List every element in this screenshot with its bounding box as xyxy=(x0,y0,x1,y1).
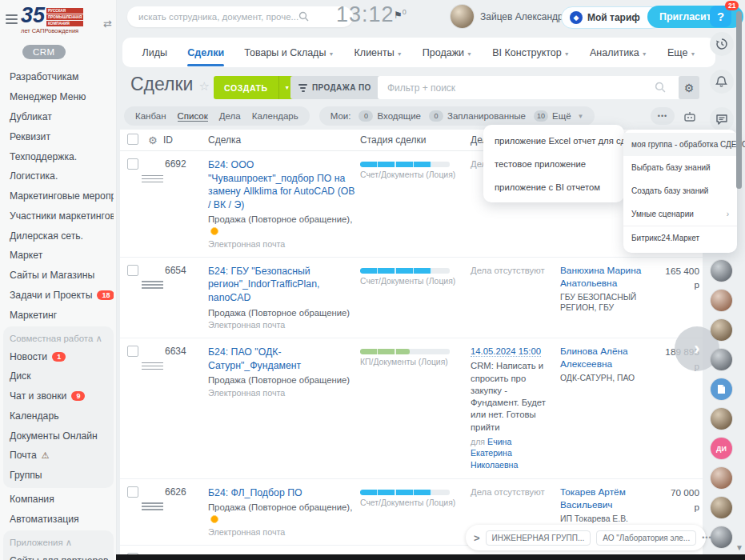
client-name-link[interactable]: Токарев Артём Васильевич xyxy=(560,486,647,512)
row-checkbox[interactable] xyxy=(127,158,138,170)
view-Канбан[interactable]: Канбан xyxy=(135,111,166,121)
history-button[interactable] xyxy=(710,32,734,56)
more-chats-button[interactable]: ••• xyxy=(702,534,711,542)
row-menu-icon[interactable] xyxy=(142,175,163,183)
sidebar-item[interactable]: Задачи и Проекты18 xyxy=(3,286,114,306)
user-avatar[interactable] xyxy=(711,526,732,548)
sidebar-item[interactable]: Календарь xyxy=(3,406,114,426)
row-menu-icon[interactable] xyxy=(142,281,163,289)
menu-item[interactable]: тестовое приложение xyxy=(483,152,624,175)
columns-settings-icon[interactable]: ⚙ xyxy=(148,134,158,146)
filter-search-input[interactable] xyxy=(378,76,680,99)
tab-Еще[interactable]: Еще▼ xyxy=(667,47,695,58)
menu-item[interactable]: моя группа - обработка СДЕЛОК› xyxy=(623,133,737,156)
sidebar-item[interactable]: Чат и звонки9 xyxy=(3,386,114,406)
view-Дела[interactable]: Дела xyxy=(219,111,241,121)
flag-counter[interactable]: ⚑0 xyxy=(394,8,407,21)
tab-Клиенты[interactable]: Клиенты▼ xyxy=(354,47,403,58)
table-row[interactable]: 6654 Б24: ГБУ "Безопасный регион"_IndorT… xyxy=(120,258,703,338)
row-checkbox[interactable] xyxy=(127,265,138,276)
row-menu-icon[interactable] xyxy=(142,362,163,370)
user-avatar[interactable] xyxy=(711,290,732,311)
initials-avatar[interactable]: ДИ xyxy=(711,438,732,459)
menu-item[interactable]: Создать базу знаний xyxy=(623,179,737,202)
counter-Ещё[interactable]: 10Ещё▼ xyxy=(534,110,583,122)
favorite-star-icon[interactable]: ☆ xyxy=(198,79,209,93)
sidebar-collapse-icon[interactable]: ⇄ xyxy=(103,18,112,30)
tab-Продажи[interactable]: Продажи▼ xyxy=(423,47,472,58)
sidebar-item[interactable]: Реквизит xyxy=(3,126,114,146)
chat-chip-2[interactable]: АО "Лаборатория эле... xyxy=(596,530,696,546)
tab-Аналитика[interactable]: Аналитика▼ xyxy=(590,47,647,58)
view-Список[interactable]: Список xyxy=(178,111,208,122)
sidebar-item[interactable]: Маркетинговые меропр... xyxy=(3,186,114,206)
column-header-stage[interactable]: Стадия сделки xyxy=(360,134,471,146)
sidebar-item[interactable]: Группы xyxy=(3,466,114,486)
menu-item[interactable]: Умные сценарии› xyxy=(623,202,737,226)
client-name-link[interactable]: Блинова Алёна Алексеевна xyxy=(560,346,647,371)
view-Календарь[interactable]: Календарь xyxy=(252,111,298,121)
menu-item[interactable]: Битрикс24.Маркет xyxy=(623,226,737,250)
more-actions-button[interactable]: ••• xyxy=(651,107,675,125)
column-header-id[interactable]: ID xyxy=(163,134,208,146)
sidebar-item[interactable]: Новости1 xyxy=(3,346,114,366)
global-search-input[interactable] xyxy=(127,6,353,27)
sidebar-item[interactable]: Логистика. xyxy=(3,166,114,186)
counter-Запланированные[interactable]: 0Запланированные xyxy=(429,110,526,122)
tab-Лиды[interactable]: Лиды xyxy=(142,47,167,58)
column-header-deal[interactable]: Сделка xyxy=(208,134,360,146)
messenger-button[interactable] xyxy=(710,107,734,131)
sidebar-item[interactable]: Маркет xyxy=(3,246,114,266)
table-row[interactable]: 6634 Б24: ПАО "ОДК-Сатурн"_Фундамент Про… xyxy=(120,338,703,479)
sidebar-item[interactable]: Диск xyxy=(3,366,114,386)
sidebar-item[interactable]: Документы Онлайн xyxy=(3,426,114,446)
user-avatar[interactable] xyxy=(711,319,732,341)
select-all-checkbox[interactable] xyxy=(127,134,138,145)
sidebar-item[interactable]: Дубликат xyxy=(3,107,114,127)
user-avatar[interactable] xyxy=(711,260,732,282)
crm-badge[interactable]: CRM xyxy=(22,45,66,59)
menu-item[interactable]: Выбрать базу знаний xyxy=(623,156,737,179)
create-deal-button[interactable]: СОЗДАТЬ ▼ xyxy=(214,76,295,99)
deal-title-link[interactable]: Б24: ООО "Чувашпроект"_подбор ПО на заме… xyxy=(208,158,360,211)
row-menu-icon[interactable] xyxy=(142,502,163,510)
sidebar-item[interactable]: Маркетинг xyxy=(3,305,114,325)
tab-Товары и Склады[interactable]: Товары и Склады▼ xyxy=(244,47,334,58)
sidebar-item[interactable]: Сайты и Магазины xyxy=(3,266,114,286)
copilot-robot-button[interactable] xyxy=(679,107,700,125)
expand-chats-chevron[interactable]: > xyxy=(474,532,480,544)
sidebar-item[interactable]: Менеджер Меню xyxy=(3,87,114,107)
vertical-scrollbar[interactable] xyxy=(736,11,742,189)
sidebar-item[interactable]: Автоматизация xyxy=(3,509,114,529)
tab-BI Конструктор[interactable]: BI Конструктор▼ xyxy=(492,47,570,58)
sidebar-item[interactable]: Дилерская сеть. xyxy=(3,226,114,246)
user-avatar[interactable] xyxy=(711,349,732,370)
row-checkbox[interactable] xyxy=(127,486,138,498)
deal-title-link[interactable]: Б24: ФЛ_Подбор ПО xyxy=(208,486,360,500)
hamburger-menu-icon[interactable] xyxy=(6,12,18,26)
tab-Сделки[interactable]: Сделки xyxy=(187,47,224,58)
sidebar-item[interactable]: Техподдержка. xyxy=(3,146,114,166)
sidebar-item[interactable]: Сайты для партнеров xyxy=(3,550,114,560)
client-name-link[interactable]: Ванюхина Марина Анатольевна xyxy=(560,265,647,290)
scrollbar-down-arrow[interactable]: ▼ xyxy=(735,543,743,552)
sidebar-section-header[interactable]: Приложения ∧ xyxy=(3,531,114,550)
document-bot-avatar[interactable] xyxy=(711,378,732,400)
menu-item[interactable]: приложение с BI отчетом xyxy=(483,175,624,198)
grid-settings-button[interactable]: ⚙ xyxy=(679,76,699,99)
sidebar-section-header[interactable]: Совместная работа ∧ xyxy=(3,327,114,346)
notifications-button[interactable] xyxy=(710,70,734,94)
counter-Входящие[interactable]: 0Входящие xyxy=(358,110,421,122)
deal-title-link[interactable]: Б24: ПАО "ОДК-Сатурн"_Фундамент xyxy=(208,346,360,372)
sidebar-item[interactable]: Компания xyxy=(3,490,114,510)
deal-title-link[interactable]: Б24: ГБУ "Безопасный регион"_IndorTraffi… xyxy=(208,265,360,305)
activity-date-link[interactable]: 14.05.2024 15:00 xyxy=(471,346,541,357)
menu-item[interactable]: приложение Excel отчет для сделок xyxy=(483,129,624,152)
clock[interactable]: 13:12 xyxy=(336,2,395,27)
sidebar-item[interactable]: Почта⚠ xyxy=(3,446,114,466)
user-avatar[interactable] xyxy=(451,5,474,28)
sidebar-item[interactable]: Разработчикам xyxy=(3,67,114,87)
sidebar-item[interactable]: Участники маркетингов... xyxy=(3,206,114,226)
user-avatar[interactable] xyxy=(711,497,732,518)
row-checkbox[interactable] xyxy=(127,346,138,357)
